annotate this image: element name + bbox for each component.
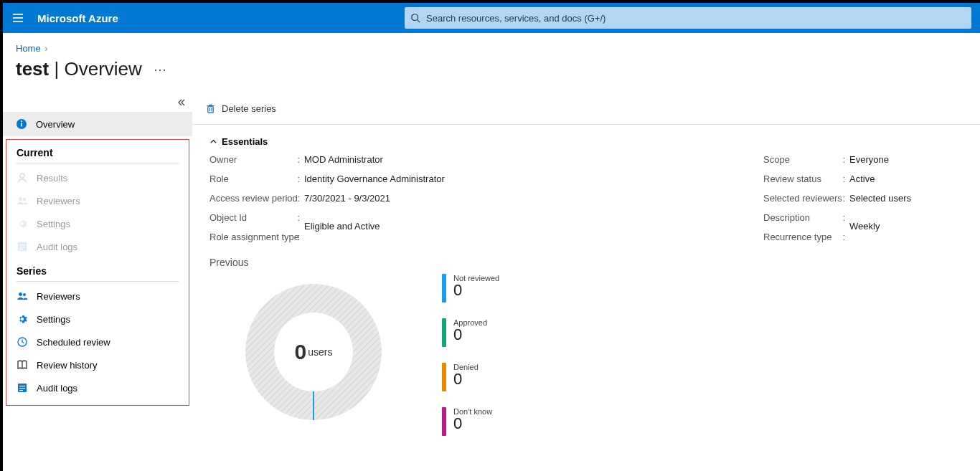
essentials-heading: Essentials xyxy=(222,136,268,147)
legend-color-bar xyxy=(442,318,446,347)
page-title-row: test | Overview ⋯ xyxy=(3,57,980,93)
page-title: test | Overview xyxy=(16,58,142,80)
essentials-toggle[interactable]: Essentials xyxy=(209,136,963,147)
legend-item: Don't know0 xyxy=(442,407,499,436)
sidebar-item-scheduled-review[interactable]: Scheduled review xyxy=(6,330,189,353)
svg-point-16 xyxy=(23,293,26,296)
svg-rect-22 xyxy=(19,390,23,391)
svg-rect-20 xyxy=(19,386,25,386)
hamburger-menu-icon[interactable] xyxy=(3,3,33,33)
sidebar-item-label: Reviewers xyxy=(37,196,80,206)
legend-value: 0 xyxy=(453,371,479,387)
legend-color-bar xyxy=(442,407,446,436)
legend-item: Not reviewed0 xyxy=(442,274,499,303)
sidebar-item-reviewers-current[interactable]: Reviewers xyxy=(6,189,189,212)
sidebar-item-label: Audit logs xyxy=(37,242,77,252)
sidebar-item-label: Reviewers xyxy=(37,291,80,302)
sidebar-item-label: Review history xyxy=(37,360,98,371)
ess-label-objectid: Object Id: xyxy=(209,212,304,223)
legend-value: 0 xyxy=(453,282,499,298)
sidebar-item-overview[interactable]: Overview xyxy=(3,112,192,136)
top-bar: Microsoft Azure xyxy=(3,3,980,33)
legend-value: 0 xyxy=(453,327,487,343)
ess-label-reviewers: Selected reviewers: xyxy=(763,193,849,204)
svg-rect-21 xyxy=(19,388,25,389)
donut-center-label: 0users xyxy=(232,271,395,433)
sidebar-item-label: Settings xyxy=(37,314,70,325)
svg-rect-13 xyxy=(19,247,25,247)
ess-label-roletype: Role assignment type: xyxy=(209,232,304,242)
ess-label-recurrence: Recurrence type: xyxy=(763,232,849,242)
legend-color-bar xyxy=(442,363,446,391)
people-icon xyxy=(17,290,28,302)
sidebar-item-label: Settings xyxy=(37,219,70,229)
ess-val-scope: Everyone xyxy=(849,154,963,165)
brand-label: Microsoft Azure xyxy=(33,12,118,24)
title-name: test xyxy=(16,58,49,80)
ess-val-role: Identity Governance Administrator xyxy=(304,173,763,184)
svg-rect-14 xyxy=(19,249,23,249)
svg-rect-6 xyxy=(21,123,22,127)
search-icon xyxy=(410,13,420,23)
ess-val-period: 7/30/2021 - 9/3/2021 xyxy=(304,193,763,204)
sidebar-item-reviewers-series[interactable]: Reviewers xyxy=(6,285,189,308)
previous-label: Previous xyxy=(192,248,980,271)
breadcrumb-home[interactable]: Home xyxy=(16,43,41,54)
svg-rect-12 xyxy=(19,244,25,245)
sidebar-item-label: Results xyxy=(37,173,67,184)
sidebar-item-settings-series[interactable]: Settings xyxy=(6,308,189,330)
sidebar-section-current: Current xyxy=(6,140,189,163)
title-section: Overview xyxy=(64,58,141,80)
sidebar-item-review-history[interactable]: Review history xyxy=(6,353,189,376)
svg-point-10 xyxy=(23,198,26,201)
ess-label-scope: Scope: xyxy=(763,154,849,165)
more-actions-icon[interactable]: ⋯ xyxy=(154,62,166,77)
people-icon xyxy=(17,195,28,206)
list-icon xyxy=(17,241,28,252)
title-sep: | xyxy=(49,58,64,80)
chart-row: 0users Not reviewed0Approved0Denied0Don'… xyxy=(192,271,980,436)
svg-point-8 xyxy=(20,173,24,178)
sidebar: Overview Current Results Reviewers Setti… xyxy=(3,93,192,436)
collapse-sidebar-icon[interactable] xyxy=(3,93,192,112)
legend-item: Approved0 xyxy=(442,318,499,347)
breadcrumb: Home › xyxy=(3,33,980,57)
chevron-right-icon: › xyxy=(44,43,47,54)
donut-chart: 0users xyxy=(232,271,395,433)
donut-unit: users xyxy=(308,346,332,358)
sidebar-item-settings-current[interactable]: Settings xyxy=(6,212,189,235)
divider xyxy=(17,163,179,163)
legend-value: 0 xyxy=(453,416,492,432)
delete-series-label: Delete series xyxy=(222,103,276,114)
ess-val-status: Active xyxy=(849,173,963,184)
ess-label-owner: Owner: xyxy=(209,154,304,165)
person-icon xyxy=(17,172,28,184)
essentials-section: Essentials Owner: Role: Access review pe… xyxy=(192,125,980,248)
toolbar: Delete series xyxy=(192,93,980,125)
svg-line-4 xyxy=(418,20,420,23)
ess-label-period: Access review period: xyxy=(209,193,304,204)
chevron-up-icon xyxy=(209,138,217,146)
ess-val-roletype: Eligible and Active xyxy=(304,221,763,232)
chart-legend: Not reviewed0Approved0Denied0Don't know0 xyxy=(442,274,499,436)
delete-series-button[interactable]: Delete series xyxy=(205,103,276,114)
svg-point-3 xyxy=(412,14,418,21)
svg-rect-23 xyxy=(208,107,214,113)
sidebar-item-auditlogs-series[interactable]: Audit logs xyxy=(6,376,189,399)
ess-val-owner: MOD Administrator xyxy=(304,154,763,165)
svg-point-7 xyxy=(21,120,22,122)
sidebar-item-results[interactable]: Results xyxy=(6,166,189,189)
global-search[interactable] xyxy=(405,7,971,29)
trash-icon xyxy=(205,103,216,114)
search-input[interactable] xyxy=(426,13,966,24)
sidebar-item-label: Audit logs xyxy=(37,383,77,394)
legend-item: Denied0 xyxy=(442,363,499,391)
list-icon xyxy=(17,382,28,394)
gear-icon xyxy=(17,313,28,325)
info-icon xyxy=(16,118,27,130)
sidebar-item-label: Scheduled review xyxy=(37,337,110,348)
sidebar-item-auditlogs-current[interactable]: Audit logs xyxy=(6,235,189,258)
book-icon xyxy=(17,359,28,371)
sidebar-item-label: Overview xyxy=(36,119,75,130)
sidebar-highlight-box: Current Results Reviewers Settings Audit… xyxy=(6,139,189,406)
